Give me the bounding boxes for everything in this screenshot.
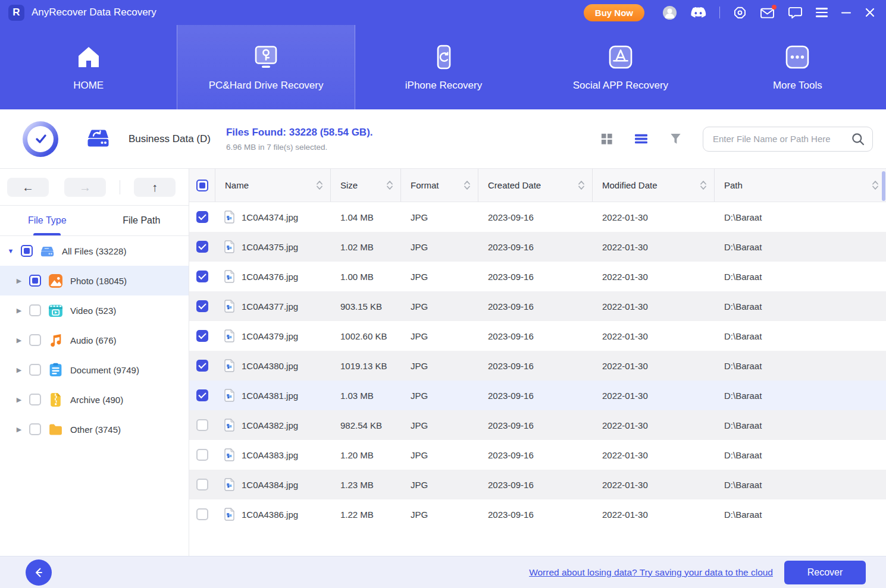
table-row[interactable]: 1C0A4383.jpg1.20 MBJPG2023-09-162022-01-… [189, 440, 886, 470]
buy-now-button[interactable]: Buy Now [584, 4, 644, 21]
tab-home[interactable]: HOME [0, 25, 177, 109]
table-row[interactable]: 1C0A4386.jpg1.22 MBJPG2023-09-162022-01-… [189, 499, 886, 529]
minimize-icon[interactable] [841, 7, 851, 18]
file-name: 1C0A4379.jpg [242, 331, 298, 341]
file-created-date: 2023-09-16 [478, 351, 593, 381]
sort-icon[interactable] [700, 180, 707, 191]
file-modified-date: 2022-01-30 [593, 291, 715, 321]
file-modified-date: 2022-01-30 [593, 440, 715, 470]
file-path: D:\Baraat [715, 321, 886, 351]
tree-checkbox[interactable] [29, 334, 41, 346]
table-row[interactable]: 1C0A4377.jpg903.15 KBJPG2023-09-162022-0… [189, 291, 886, 321]
sort-icon[interactable] [464, 180, 471, 191]
tree-item-photo[interactable]: ▶Photo (18045) [0, 266, 189, 295]
menu-icon[interactable] [816, 8, 828, 17]
expand-icon[interactable]: ▶ [15, 307, 23, 315]
file-name: 1C0A4382.jpg [242, 420, 298, 430]
cloud-save-link[interactable]: Worred about losing data? Try saving you… [529, 567, 773, 578]
filter-icon[interactable] [669, 132, 682, 146]
file-path: D:\Baraat [715, 381, 886, 410]
list-view-icon[interactable] [634, 133, 649, 145]
row-checkbox[interactable] [196, 300, 208, 312]
forward-button[interactable]: → [64, 178, 106, 197]
sort-icon[interactable] [872, 180, 879, 191]
scan-complete-badge-icon [23, 121, 58, 157]
expand-icon[interactable]: ▶ [15, 426, 23, 433]
table-row[interactable]: 1C0A4376.jpg1.00 MBJPG2023-09-162022-01-… [189, 262, 886, 291]
tree-item-audio[interactable]: ▶Audio (676) [0, 325, 189, 355]
row-checkbox[interactable] [196, 449, 208, 461]
row-checkbox[interactable] [196, 479, 208, 490]
back-button[interactable]: ← [7, 178, 49, 197]
row-checkbox[interactable] [196, 360, 208, 372]
tree-checkbox[interactable] [29, 394, 41, 405]
tree-item-video[interactable]: ▶Video (523) [0, 295, 189, 325]
row-checkbox[interactable] [196, 508, 208, 520]
discord-icon[interactable] [690, 7, 706, 18]
collapse-icon[interactable]: ▼ [7, 247, 14, 254]
up-button[interactable]: ↑ [134, 178, 176, 197]
tree-checkbox[interactable] [29, 423, 41, 435]
settings-icon[interactable] [733, 6, 747, 20]
column-header-format[interactable]: Format [401, 169, 478, 202]
table-row[interactable]: 1C0A4374.jpg1.04 MBJPG2023-09-162022-01-… [189, 202, 886, 232]
tab-file-path[interactable]: File Path [95, 206, 189, 235]
tree-checkbox[interactable] [29, 304, 41, 316]
table-row[interactable]: 1C0A4381.jpg1.03 MBJPG2023-09-162022-01-… [189, 381, 886, 410]
column-header-created-date[interactable]: Created Date [478, 169, 593, 202]
recover-button[interactable]: Recover [784, 561, 866, 584]
file-format: JPG [401, 262, 478, 291]
feedback-chat-icon[interactable] [788, 6, 803, 20]
vertical-scrollbar[interactable] [882, 171, 885, 201]
sort-icon[interactable] [386, 180, 393, 191]
column-header-size[interactable]: Size [331, 169, 401, 202]
account-icon[interactable] [662, 5, 677, 20]
row-checkbox[interactable] [196, 389, 208, 401]
expand-icon[interactable]: ▶ [15, 337, 23, 344]
tab-social-app-recovery[interactable]: Social APP Recovery [532, 25, 709, 109]
table-row[interactable]: 1C0A4379.jpg1002.60 KBJPG2023-09-162022-… [189, 321, 886, 351]
tree-checkbox[interactable] [29, 275, 41, 287]
table-row[interactable]: 1C0A4380.jpg1019.13 KBJPG2023-09-162022-… [189, 351, 886, 381]
expand-icon[interactable]: ▶ [15, 366, 23, 374]
sort-icon[interactable] [316, 180, 323, 191]
file-name: 1C0A4381.jpg [242, 391, 298, 401]
mail-icon[interactable] [760, 7, 775, 19]
file-size: 903.15 KB [331, 291, 401, 321]
row-checkbox[interactable] [196, 271, 208, 282]
column-header-name[interactable]: Name [215, 169, 331, 202]
selection-summary: 6.96 MB in 7 file(s) selected. [226, 143, 373, 152]
table-row[interactable]: 1C0A4382.jpg982.54 KBJPG2023-09-162022-0… [189, 410, 886, 440]
app-logo-icon: R [8, 5, 24, 21]
footer-back-button[interactable] [26, 559, 52, 586]
tab-more-tools[interactable]: More Tools [709, 25, 886, 109]
tree-item-all-files[interactable]: ▼All Files (33228) [0, 236, 189, 266]
column-header-modified-date[interactable]: Modified Date [593, 169, 715, 202]
select-all-checkbox[interactable] [196, 180, 208, 191]
tree-checkbox[interactable] [21, 245, 33, 257]
tree-item-other[interactable]: ▶Other (3745) [0, 414, 189, 444]
table-row[interactable]: 1C0A4375.jpg1.02 MBJPG2023-09-162022-01-… [189, 232, 886, 262]
expand-icon[interactable]: ▶ [15, 396, 23, 404]
row-checkbox[interactable] [196, 330, 208, 342]
tree-checkbox[interactable] [29, 364, 41, 376]
search-icon[interactable] [851, 132, 865, 146]
tree-item-document[interactable]: ▶Document (9749) [0, 355, 189, 385]
table-row[interactable]: 1C0A4384.jpg1.23 MBJPG2023-09-162022-01-… [189, 470, 886, 499]
tab-file-type[interactable]: File Type [0, 206, 95, 235]
column-header-path[interactable]: Path [715, 169, 886, 202]
row-checkbox[interactable] [196, 419, 208, 431]
file-size: 1.04 MB [331, 202, 401, 232]
tab-pc-and-hard-drive-recovery[interactable]: PC&Hard Drive Recovery [177, 25, 355, 109]
file-format: JPG [401, 470, 478, 499]
expand-icon[interactable]: ▶ [15, 277, 23, 285]
file-created-date: 2023-09-16 [478, 232, 593, 262]
close-icon[interactable] [865, 7, 875, 18]
tree-item-archive[interactable]: ▶Archive (490) [0, 385, 189, 414]
tab-iphone-recovery[interactable]: iPhone Recovery [355, 25, 532, 109]
grid-view-icon[interactable] [600, 132, 613, 146]
sort-icon[interactable] [578, 180, 585, 191]
row-checkbox[interactable] [196, 211, 208, 223]
row-checkbox[interactable] [196, 241, 208, 253]
search-input[interactable] [713, 134, 851, 144]
